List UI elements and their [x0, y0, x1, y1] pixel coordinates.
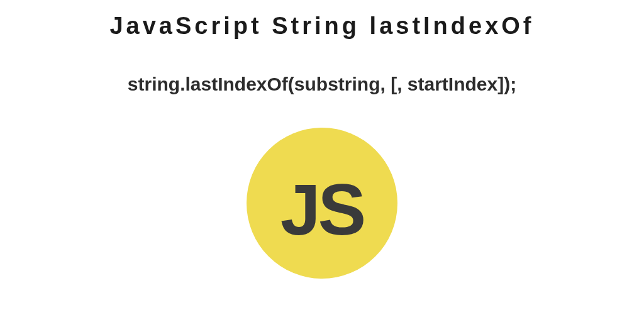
logo-container: JS [247, 128, 397, 279]
js-logo-icon: JS [247, 128, 397, 279]
syntax-text: string.lastIndexOf(substring, [, startIn… [128, 74, 516, 95]
page-title: JavaScript String lastIndexOf [109, 13, 534, 40]
js-logo-text: JS [280, 168, 364, 251]
